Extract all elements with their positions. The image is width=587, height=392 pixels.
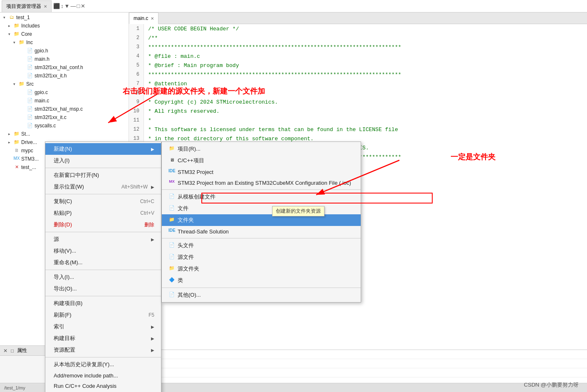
- tree-item-main-h[interactable]: 📄 main.h: [0, 55, 129, 63]
- submenu-item-header[interactable]: 📄 头文件: [162, 240, 361, 251]
- tree-item-gpio-h[interactable]: 📄 gpio.h: [0, 47, 129, 55]
- tree-item-includes[interactable]: ▸ 📁 Includes: [0, 22, 129, 30]
- tree-label-includes: Includes: [21, 23, 40, 29]
- tree-item-it-c[interactable]: 📄 stm32f1xx_it.c: [0, 113, 129, 122]
- submenu-item-folder[interactable]: 📁 文件夹: [162, 214, 361, 226]
- properties-minimize-icon[interactable]: □: [11, 348, 14, 354]
- line-num-9: 9: [129, 97, 144, 107]
- menu-item-copy[interactable]: 复制(C) Ctrl+C: [45, 196, 161, 207]
- explorer-tab[interactable]: 项目资源管理器 ✕: [2, 0, 52, 12]
- menu-source-label: 源: [54, 236, 59, 243]
- toolbar-icon-minimize[interactable]: —: [70, 3, 76, 9]
- submenu-label-stm32: STM32 Project: [178, 169, 213, 175]
- line-num-4: 4: [129, 52, 144, 61]
- tree-item-test1[interactable]: ▾ 🗂 test_1: [0, 13, 129, 22]
- menu-item-index[interactable]: 索引 ▶: [45, 321, 161, 332]
- tree-item-gpio-c[interactable]: 📄 gpio.c: [0, 88, 129, 97]
- toolbar-icon-close[interactable]: ✕: [81, 3, 85, 9]
- submenu-label-template: 从模板创建文件: [178, 193, 215, 201]
- menu-item-new[interactable]: 新建(N) ▶: [45, 143, 161, 155]
- submenu-item-stm32-ioc[interactable]: MX STM32 Project from an Existing STM32C…: [162, 177, 361, 188]
- submenu-icon-header: 📄: [168, 242, 175, 249]
- file-c-icon-it: 📄: [27, 114, 33, 120]
- tooltip-folder: 创建新的文件夹资源: [272, 206, 324, 216]
- tree-item-hal-conf-h[interactable]: 📄 stm32f1xx_hal_conf.h: [0, 63, 129, 72]
- tree-item-syscalls-c[interactable]: 📄 syscalls.c: [0, 122, 129, 130]
- menu-item-source[interactable]: 源 ▶: [45, 233, 161, 245]
- submenu-item-template-file[interactable]: 📄 从模板创建文件: [162, 191, 361, 203]
- editor-tabs: main.c ✕: [129, 12, 587, 24]
- menu-item-resource-config[interactable]: 资源配置 ▶: [45, 344, 161, 356]
- tree-arrow-sti: ▸: [8, 132, 13, 136]
- menu-item-delete[interactable]: 删除(D) 删除: [45, 219, 161, 231]
- explorer-tab-close[interactable]: ✕: [44, 4, 47, 9]
- menu-move-label: 移动(V)...: [54, 247, 76, 255]
- menu-item-move[interactable]: 移动(V)...: [45, 245, 161, 257]
- menu-item-code-analysis[interactable]: Run C/C++ Code Analysis: [45, 381, 161, 391]
- menu-item-rename[interactable]: 重命名(M)...: [45, 257, 161, 268]
- tree-item-sti[interactable]: ▸ 📁 St...: [0, 130, 129, 138]
- editor-tab-main-c[interactable]: main.c ✕: [129, 12, 159, 24]
- menu-refresh-shortcut: F5: [149, 312, 154, 318]
- menu-item-add-remove-include[interactable]: Add/remove include path...: [45, 370, 161, 381]
- menu-item-restore-history[interactable]: 从本地历史记录复原(Y)...: [45, 359, 161, 370]
- folder-icon-sti: 📁: [13, 131, 20, 137]
- tree-item-core[interactable]: ▾ 📁 Core: [0, 30, 129, 38]
- tree-item-main-c[interactable]: 📄 main.c: [0, 97, 129, 105]
- submenu-item-cpp-project[interactable]: 🖥 C/C++项目: [162, 155, 361, 166]
- submenu-item-stm32-project[interactable]: IDE STM32 Project: [162, 166, 361, 177]
- toolbar-icon-1[interactable]: ⬛: [53, 3, 60, 9]
- menu-show-loc-arrow: ▶: [151, 185, 154, 189]
- toolbar-icon-2[interactable]: ↕: [61, 3, 64, 9]
- submenu-item-source-file[interactable]: 📄 源文件: [162, 251, 361, 263]
- submenu-item-other[interactable]: 📄 其他(O)...: [162, 289, 361, 301]
- explorer-tab-label: 项目资源管理器: [6, 3, 41, 10]
- submenu-item-class[interactable]: 🔷 类: [162, 275, 361, 286]
- menu-sep-5: [45, 296, 161, 296]
- editor-tab-close[interactable]: ✕: [151, 16, 154, 21]
- toolbar-icon-filter[interactable]: ▼: [64, 3, 70, 9]
- submenu-icon-other: 📄: [168, 292, 175, 298]
- menu-show-loc-label: 显示位置(W): [54, 183, 84, 191]
- submenu-item-project[interactable]: 📁 项目(R)...: [162, 143, 361, 155]
- tree-item-inc[interactable]: ▾ 📁 Inc: [0, 38, 129, 47]
- menu-item-show-location[interactable]: 显示位置(W) Alt+Shift+W ▶: [45, 181, 161, 193]
- menu-item-build-project[interactable]: 构建项目(B): [45, 298, 161, 309]
- menu-sep-6: [45, 357, 161, 357]
- menu-item-open-new-window[interactable]: 在新窗口中打开(N): [45, 169, 161, 181]
- file-c-icon-syscalls: 📄: [27, 123, 33, 129]
- tree-item-it-h[interactable]: 📄 stm32f1xx_it.h: [0, 72, 129, 80]
- menu-item-import[interactable]: 导入(I)...: [45, 271, 161, 283]
- menu-item-build-target[interactable]: 构建目标 ▶: [45, 332, 161, 344]
- submenu-item-source-folder[interactable]: 📁 源文件夹: [162, 263, 361, 275]
- submenu-item-thread-safe[interactable]: IDE Thread-Safe Solution: [162, 226, 361, 237]
- line-content-11: *: [144, 117, 151, 124]
- line-content-10: * All rights reserved.: [144, 108, 220, 114]
- menu-item-paste[interactable]: 粘贴(P) Ctrl+V: [45, 207, 161, 219]
- code-line-6: 6 **************************************…: [129, 70, 587, 79]
- menu-item-refresh[interactable]: 刷新(F) F5: [45, 309, 161, 321]
- code-line-4: 4 * @file : main.c: [129, 52, 587, 61]
- properties-label: 属性: [17, 347, 27, 354]
- menu-include-label: Add/remove include path...: [54, 372, 118, 379]
- tree-label-sti: St...: [21, 131, 30, 137]
- menu-copy-shortcut: Ctrl+C: [140, 198, 154, 204]
- menu-item-enter[interactable]: 进入(I): [45, 155, 161, 166]
- tree-item-src[interactable]: ▾ 📁 Src: [0, 80, 129, 88]
- menu-show-loc-shortcut: Alt+Shift+W: [121, 184, 148, 190]
- watermark: CSDN @小鹏要努力呀: [524, 381, 579, 389]
- menu-index-arrow: ▶: [151, 325, 154, 329]
- line-content-3: ****************************************…: [144, 44, 401, 50]
- line-content-13: * in the root directory of this software…: [144, 136, 314, 142]
- tree-item-hal-msp-c[interactable]: 📄 stm32f1xx_hal_msp.c: [0, 105, 129, 113]
- annotation-right-click: 右击我们新建的源文件夹，新建一个文件加: [123, 86, 265, 96]
- menu-enter-label: 进入(I): [54, 157, 69, 164]
- code-line-10: 10 * All rights reserved.: [129, 107, 587, 116]
- submenu-icon-ioc: MX: [168, 179, 175, 186]
- toolbar-icon-maximize[interactable]: □: [77, 3, 80, 9]
- tree-label-test1: test_1: [16, 15, 30, 20]
- menu-sep-4: [45, 270, 161, 270]
- properties-close-icon[interactable]: ✕: [3, 348, 7, 354]
- menu-item-export[interactable]: 导出(O)...: [45, 283, 161, 295]
- submenu-item-file[interactable]: 📄 文件: [162, 203, 361, 214]
